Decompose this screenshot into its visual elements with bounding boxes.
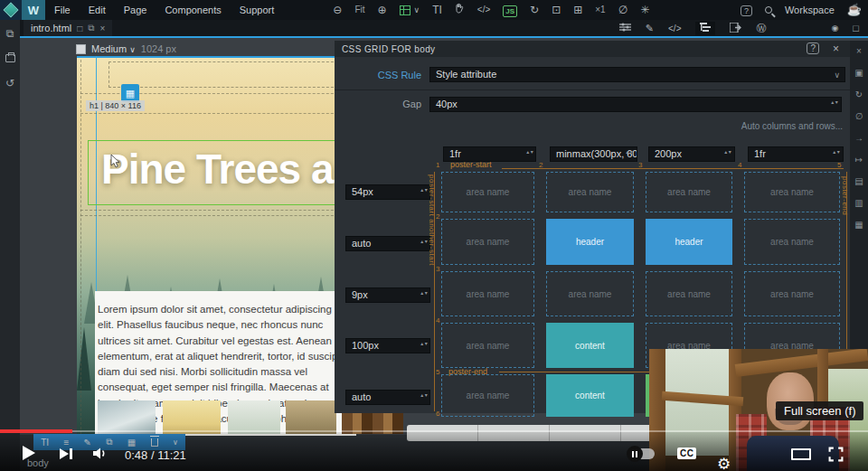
- row-track-input-5[interactable]: auto: [345, 390, 430, 405]
- mini-icon-arrow[interactable]: →: [854, 133, 863, 143]
- captions-button[interactable]: CC: [677, 447, 696, 459]
- hide-helpers-button[interactable]: ∅: [612, 0, 634, 20]
- row-stepper[interactable]: ▴ ▾: [420, 290, 429, 296]
- auto-columns-link[interactable]: Auto columns and rows...: [741, 121, 843, 131]
- gap-stepper[interactable]: ▴ ▾: [830, 99, 839, 105]
- mini-icon-rows[interactable]: ▤: [854, 176, 863, 186]
- duplicate-view-icon[interactable]: ⧉: [88, 23, 94, 33]
- grid-cell[interactable]: area name: [441, 271, 534, 316]
- menu-edit[interactable]: Edit: [80, 0, 115, 20]
- workspace-menu[interactable]: Workspace: [778, 0, 841, 20]
- close-tab-icon[interactable]: ×: [99, 24, 105, 33]
- grid-overlay-toggle[interactable]: ▦: [121, 84, 139, 102]
- theater-mode-button[interactable]: [791, 448, 811, 460]
- scale-button[interactable]: ×1: [589, 0, 611, 20]
- thumbnail-misty[interactable]: [98, 400, 156, 434]
- grid-cell[interactable]: area name: [441, 219, 534, 265]
- grid-cell[interactable]: area name: [441, 374, 534, 417]
- gap-input[interactable]: 40px: [429, 97, 842, 112]
- row-track-input-1[interactable]: 54px: [345, 184, 430, 200]
- undo-icon[interactable]: ↺: [5, 77, 14, 89]
- style-brush-icon[interactable]: ✎: [646, 23, 654, 34]
- thumbnail-forest[interactable]: [228, 400, 280, 434]
- autoplay-toggle[interactable]: [629, 448, 655, 459]
- zoom-in-icon[interactable]: ⊕: [371, 0, 392, 20]
- thumbnail-reeds[interactable]: [286, 400, 336, 434]
- mini-icon-refresh[interactable]: ↻: [855, 89, 863, 99]
- grid-cell-content[interactable]: content: [546, 374, 634, 417]
- menu-components[interactable]: Components: [156, 0, 230, 20]
- thumbnail-sunset[interactable]: [163, 400, 221, 434]
- page-heading[interactable]: Pine Trees a: [101, 145, 334, 193]
- grid-tool-button[interactable]: ∨: [393, 0, 427, 20]
- pinegrow-logo[interactable]: [0, 0, 22, 20]
- insert-page-icon[interactable]: ⧉: [6, 27, 14, 40]
- viewport-checkbox[interactable]: [76, 44, 86, 54]
- export-panel-icon[interactable]: [730, 23, 741, 34]
- fullscreen-button[interactable]: [828, 447, 844, 466]
- menu-page[interactable]: Page: [115, 0, 156, 20]
- code-tool-button[interactable]: </>: [471, 0, 496, 20]
- zoom-fit-button[interactable]: Fit: [348, 0, 371, 20]
- col-stepper[interactable]: ▴ ▾: [525, 149, 534, 155]
- frame-icon[interactable]: □: [853, 23, 859, 33]
- mini-icon-close[interactable]: ×: [856, 46, 862, 56]
- tab-intro-html[interactable]: intro.html □ ⧉ ×: [24, 20, 112, 36]
- css-rule-select[interactable]: Style attribute ∨: [429, 67, 845, 82]
- col-stepper[interactable]: ▴ ▾: [832, 149, 841, 155]
- coffee-icon[interactable]: ☕: [841, 0, 868, 20]
- row-stepper[interactable]: ▴ ▾: [420, 341, 429, 346]
- wordpress-icon[interactable]: Ⓦ: [756, 22, 766, 35]
- panel-header[interactable]: CSS GRID FOR body ? ×: [335, 41, 850, 57]
- panel-close-icon[interactable]: ×: [833, 42, 839, 55]
- grid-cell[interactable]: area name: [546, 172, 634, 212]
- grid-cell[interactable]: area name: [441, 172, 534, 212]
- volume-button[interactable]: [93, 447, 108, 463]
- grid-cell[interactable]: area name: [744, 219, 840, 265]
- next-button[interactable]: [60, 448, 72, 459]
- print-icon[interactable]: [5, 54, 15, 62]
- grid-cell-header[interactable]: header: [646, 219, 732, 265]
- mini-icon-grid[interactable]: ▦: [854, 220, 863, 230]
- tree-panel-icon[interactable]: [695, 22, 715, 35]
- menu-file[interactable]: File: [45, 0, 80, 20]
- help-button[interactable]: ?: [734, 0, 759, 20]
- row-track-input-4[interactable]: 100px: [345, 338, 430, 353]
- grid-cell[interactable]: area name: [646, 271, 732, 316]
- panel-help-icon[interactable]: ?: [807, 42, 819, 54]
- js-button[interactable]: JS: [496, 0, 524, 20]
- menu-support[interactable]: Support: [231, 0, 284, 20]
- grid-cell-content[interactable]: content: [546, 323, 634, 368]
- viewport-size-dropdown[interactable]: Medium ∨: [91, 43, 136, 54]
- window-icon[interactable]: □: [77, 24, 82, 33]
- preview-button[interactable]: ⊡: [545, 0, 567, 20]
- col-stepper[interactable]: ▴ ▾: [625, 149, 634, 155]
- grid-cell[interactable]: area name: [546, 271, 634, 316]
- search-button[interactable]: [759, 0, 778, 20]
- workspace-w-button[interactable]: W: [22, 0, 45, 20]
- refresh-button[interactable]: ↻: [524, 0, 545, 20]
- hand-tool-button[interactable]: [448, 0, 471, 20]
- col-track-input-3[interactable]: 200px: [648, 146, 735, 162]
- grid-cell[interactable]: area name: [744, 172, 840, 212]
- grid-cell[interactable]: area name: [744, 271, 840, 316]
- mini-icon-box[interactable]: ▣: [854, 68, 863, 78]
- grid-cell[interactable]: area name: [646, 172, 732, 212]
- col-stepper[interactable]: ▴ ▾: [723, 149, 732, 155]
- eye-icon[interactable]: ◉: [831, 24, 838, 33]
- row-track-input-2[interactable]: auto: [345, 236, 430, 251]
- zoom-out-icon[interactable]: ⊖: [326, 0, 348, 20]
- row-track-input-3[interactable]: 9px: [345, 287, 430, 303]
- grid-cell[interactable]: area name: [441, 323, 534, 368]
- col-track-input-4[interactable]: 1fr: [748, 146, 844, 162]
- add-page-view-button[interactable]: ⊞: [567, 0, 589, 20]
- mini-icon-map[interactable]: ↦: [855, 155, 863, 165]
- mini-icon-hide[interactable]: ∅: [855, 111, 863, 121]
- code-panel-icon[interactable]: </>: [668, 24, 681, 33]
- mini-icon-cols[interactable]: ▥: [854, 198, 863, 208]
- interactions-button[interactable]: ✳: [634, 0, 656, 20]
- row-stepper[interactable]: ▴ ▾: [420, 392, 429, 398]
- sliders-icon[interactable]: [619, 23, 631, 33]
- video-progress-track[interactable]: [0, 430, 868, 432]
- status-bar-element[interactable]: body: [27, 457, 49, 468]
